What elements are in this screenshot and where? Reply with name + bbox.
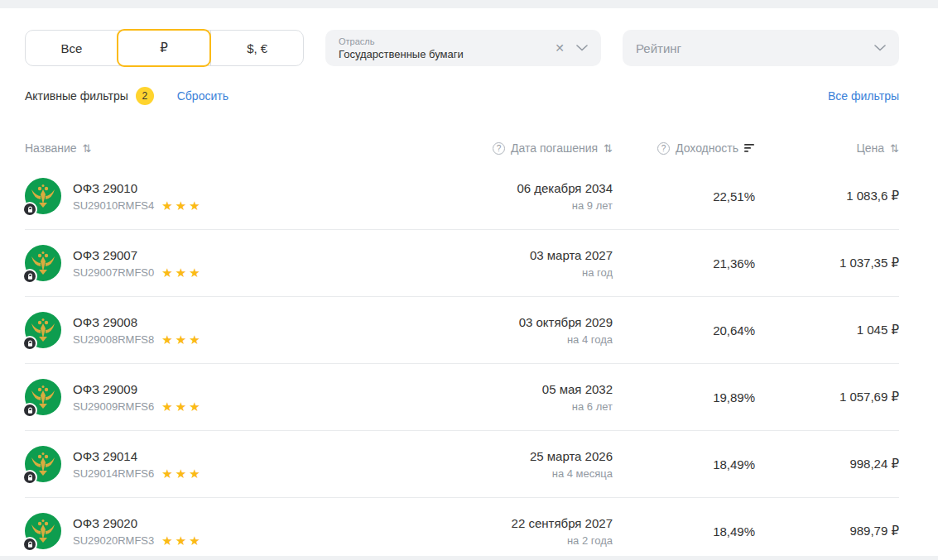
maturity-cell: 05 мая 2032 на 6 лет bbox=[542, 382, 613, 413]
yield-value: 22,51% bbox=[713, 189, 755, 203]
issuer-logo bbox=[25, 245, 61, 281]
bond-ticker: SU29009RMFS6 bbox=[73, 400, 154, 413]
maturity-cell: 03 марта 2027 на год bbox=[530, 248, 613, 279]
lock-icon bbox=[22, 202, 37, 217]
issuer-logo bbox=[25, 513, 61, 549]
bond-texts: ОФЗ 29007 SU29007RMFS0 ★★★ bbox=[73, 248, 203, 279]
maturity-term: на 4 месяца bbox=[530, 467, 613, 480]
bond-name: ОФЗ 29008 bbox=[73, 315, 203, 329]
maturity-term: на 2 года bbox=[512, 534, 613, 547]
sort-icon: ⇅ bbox=[890, 143, 899, 154]
bond-ticker: SU29007RMFS0 bbox=[73, 266, 154, 279]
column-header-name[interactable]: Название ⇅ bbox=[25, 141, 414, 155]
bond-name-cell: ОФЗ 29008 SU29008RMFS8 ★★★ bbox=[25, 312, 414, 348]
bond-name: ОФЗ 29007 bbox=[73, 248, 203, 262]
maturity-date: 05 мая 2032 bbox=[542, 382, 613, 396]
table-body: ОФЗ 29010 SU29010RMFS4 ★★★ 06 декабря 20… bbox=[25, 163, 899, 560]
industry-dropdown-texts: Отрасль Государственные бумаги bbox=[339, 36, 555, 60]
price-value: 1 037,35 ₽ bbox=[839, 256, 899, 270]
column-header-yield-label: Доходность bbox=[676, 141, 738, 155]
bond-name-cell: ОФЗ 29020 SU29020RMFS3 ★★★ bbox=[25, 513, 414, 549]
bond-table: Название ⇅ ? Дата погашения ⇅ ? Доходнос… bbox=[25, 141, 899, 560]
maturity-term: на год bbox=[530, 266, 613, 279]
segment-rub[interactable]: ₽ bbox=[117, 29, 212, 67]
active-filters-count-badge: 2 bbox=[136, 87, 154, 105]
active-filters-row: Активные фильтры 2 Сбросить Все фильтры bbox=[25, 87, 899, 105]
sort-icon: ⇅ bbox=[83, 143, 92, 154]
table-row[interactable]: ОФЗ 29007 SU29007RMFS0 ★★★ 03 марта 2027… bbox=[25, 229, 899, 296]
rating-stars: ★★★ bbox=[161, 467, 202, 480]
maturity-date: 25 марта 2026 bbox=[530, 449, 613, 463]
yield-value: 18,49% bbox=[713, 524, 755, 538]
yield-value: 18,49% bbox=[713, 457, 755, 471]
rating-stars: ★★★ bbox=[161, 534, 202, 547]
lock-icon bbox=[22, 336, 37, 351]
column-header-maturity[interactable]: ? Дата погашения ⇅ bbox=[493, 141, 613, 155]
maturity-term: на 4 года bbox=[519, 333, 613, 346]
bond-screener: Все ₽ $, € Отрасль Государственные бумаг… bbox=[0, 8, 938, 560]
sort-descending-icon bbox=[744, 143, 755, 153]
bond-texts: ОФЗ 29010 SU29010RMFS4 ★★★ bbox=[73, 181, 203, 212]
bond-name-cell: ОФЗ 29009 SU29009RMFS6 ★★★ bbox=[25, 379, 414, 415]
issuer-logo bbox=[25, 178, 61, 214]
table-row[interactable]: ОФЗ 29008 SU29008RMFS8 ★★★ 03 октября 20… bbox=[25, 296, 899, 363]
yield-value: 19,89% bbox=[713, 390, 755, 404]
maturity-term: на 6 лет bbox=[542, 400, 613, 413]
bond-ticker: SU29008RMFS8 bbox=[73, 333, 154, 346]
bond-texts: ОФЗ 29020 SU29020RMFS3 ★★★ bbox=[73, 516, 203, 547]
maturity-date: 06 декабря 2034 bbox=[517, 181, 613, 195]
rating-stars: ★★★ bbox=[161, 333, 202, 346]
table-row[interactable]: ОФЗ 29010 SU29010RMFS4 ★★★ 06 декабря 20… bbox=[25, 163, 899, 229]
lock-icon bbox=[22, 537, 37, 552]
help-icon[interactable]: ? bbox=[657, 142, 670, 155]
bond-name-cell: ОФЗ 29010 SU29010RMFS4 ★★★ bbox=[25, 178, 414, 214]
segment-all[interactable]: Все bbox=[26, 31, 118, 65]
lock-icon bbox=[22, 403, 37, 418]
sort-icon: ⇅ bbox=[604, 143, 613, 154]
issuer-logo bbox=[25, 446, 61, 482]
reset-filters-link[interactable]: Сбросить bbox=[177, 89, 228, 103]
column-header-yield[interactable]: ? Доходность bbox=[657, 141, 755, 155]
currency-segmented-control: Все ₽ $, € bbox=[25, 30, 304, 66]
bond-name-cell: ОФЗ 29014 SU29014RMFS6 ★★★ bbox=[25, 446, 414, 482]
bond-name: ОФЗ 29010 bbox=[73, 181, 203, 195]
maturity-date: 03 октября 2029 bbox=[519, 315, 613, 329]
chevron-down-icon bbox=[874, 45, 886, 51]
column-header-price-label: Цена bbox=[856, 141, 884, 155]
table-row[interactable]: ОФЗ 29014 SU29014RMFS6 ★★★ 25 марта 2026… bbox=[25, 430, 899, 497]
issuer-logo bbox=[25, 312, 61, 348]
help-icon[interactable]: ? bbox=[493, 142, 505, 155]
lock-icon bbox=[22, 470, 37, 485]
page-top-strip bbox=[0, 0, 938, 8]
yield-value: 20,64% bbox=[713, 323, 755, 337]
bond-texts: ОФЗ 29009 SU29009RMFS6 ★★★ bbox=[73, 382, 203, 413]
bond-ticker: SU29010RMFS4 bbox=[73, 199, 154, 212]
bond-name-cell: ОФЗ 29007 SU29007RMFS0 ★★★ bbox=[25, 245, 414, 281]
segment-usd-eur[interactable]: $, € bbox=[210, 31, 303, 65]
table-row[interactable]: ОФЗ 29020 SU29020RMFS3 ★★★ 22 сентября 2… bbox=[25, 497, 899, 560]
maturity-cell: 25 марта 2026 на 4 месяца bbox=[530, 449, 613, 480]
all-filters-link[interactable]: Все фильтры bbox=[828, 89, 899, 103]
industry-dropdown-label: Отрасль bbox=[339, 36, 555, 46]
table-row[interactable]: ОФЗ 29009 SU29009RMFS6 ★★★ 05 мая 2032 н… bbox=[25, 363, 899, 430]
maturity-cell: 22 сентября 2027 на 2 года bbox=[512, 516, 613, 547]
rating-dropdown[interactable]: Рейтинг bbox=[623, 30, 899, 66]
issuer-logo bbox=[25, 379, 61, 415]
clear-filter-icon[interactable]: ✕ bbox=[555, 42, 565, 54]
rating-dropdown-placeholder: Рейтинг bbox=[636, 41, 874, 55]
industry-dropdown[interactable]: Отрасль Государственные бумаги ✕ bbox=[325, 30, 601, 66]
price-value: 1 083,6 ₽ bbox=[846, 189, 899, 203]
column-header-name-label: Название bbox=[25, 141, 77, 155]
bond-ticker: SU29020RMFS3 bbox=[73, 534, 154, 547]
maturity-term: на 9 лет bbox=[517, 199, 613, 212]
bond-texts: ОФЗ 29014 SU29014RMFS6 ★★★ bbox=[73, 449, 203, 480]
page-bottom-strip bbox=[0, 556, 938, 560]
maturity-cell: 06 декабря 2034 на 9 лет bbox=[517, 181, 613, 212]
column-header-price[interactable]: Цена ⇅ bbox=[856, 141, 899, 155]
bond-name: ОФЗ 29014 bbox=[73, 449, 203, 463]
chevron-down-icon bbox=[576, 45, 588, 51]
price-value: 1 057,69 ₽ bbox=[839, 390, 899, 404]
column-header-maturity-label: Дата погашения bbox=[511, 141, 598, 155]
filter-bar: Все ₽ $, € Отрасль Государственные бумаг… bbox=[25, 30, 899, 66]
price-value: 1 045 ₽ bbox=[857, 323, 899, 337]
